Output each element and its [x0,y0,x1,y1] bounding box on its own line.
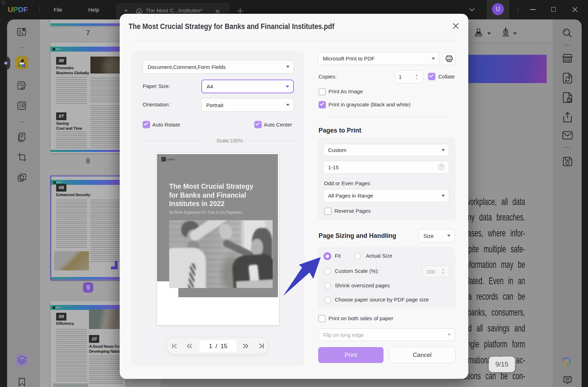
svg-text:OCR: OCR [564,59,571,62]
